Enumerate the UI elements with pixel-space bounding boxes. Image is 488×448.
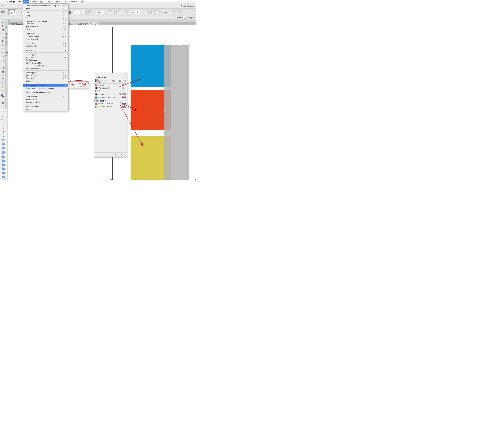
menu-edit[interactable]: Edit: [23, 0, 29, 3]
panel-menu-icon[interactable]: ≡: [125, 76, 126, 78]
scissors-tool-icon[interactable]: ✂: [0, 62, 6, 66]
fx-icon[interactable]: fx: [88, 10, 92, 14]
selection-handle[interactable]: [183, 44, 184, 45]
folder-icon[interactable]: [1, 168, 5, 170]
center-content-icon[interactable]: ▢: [154, 10, 158, 14]
new-group-icon[interactable]: 🗀: [118, 153, 119, 156]
edit-menu-item[interactable]: Quick Apply...⌘↩: [23, 71, 68, 74]
fit-content-icon[interactable]: ▣: [149, 10, 153, 14]
fit-frame-icon[interactable]: ◫: [145, 10, 149, 14]
selection-handle[interactable]: [164, 111, 165, 112]
folder-icon[interactable]: [1, 155, 5, 158]
swatch-row[interactable]: R=201 G=86 B=21■: [94, 102, 127, 105]
edit-menu-item[interactable]: Keyboard Shortcuts...: [23, 105, 68, 108]
selection-tool-icon[interactable]: [0, 20, 6, 24]
menu-file[interactable]: File: [17, 0, 23, 3]
edit-menu-item[interactable]: Spelling▶: [23, 80, 68, 82]
folder-icon[interactable]: [1, 143, 5, 146]
panel-resize-grip[interactable]: [94, 156, 127, 157]
window-close-icon[interactable]: [1, 111, 2, 112]
nav-back-icon[interactable]: ‹: [2, 115, 3, 117]
pencil-tool-icon[interactable]: ✎: [0, 51, 6, 55]
rectangle-tool-icon[interactable]: ▭: [0, 58, 6, 62]
edit-menu-item[interactable]: Find/Change...⌘F: [23, 74, 68, 77]
folder-icon[interactable]: [1, 163, 5, 166]
align-center-icon[interactable]: ≣: [113, 10, 116, 14]
gradient-swatch-tool-icon[interactable]: ▦: [0, 70, 6, 73]
edit-menu-item[interactable]: Color Settings...⇧⌘K: [23, 95, 68, 98]
submenu-document-rgb[interactable]: ✓Document RGB: [68, 82, 89, 85]
home-icon[interactable]: ⌂: [2, 4, 3, 7]
tint-slider-icon[interactable]: ›: [123, 80, 124, 82]
arrange-back-icon[interactable]: ▥: [177, 10, 181, 14]
app-name[interactable]: InDesign: [5, 1, 17, 3]
nav-fwd-icon[interactable]: ›: [4, 115, 5, 117]
edit-menu-item[interactable]: Transparency Blend Space▶: [23, 84, 68, 87]
page-tool-icon[interactable]: ⊞: [0, 28, 6, 32]
selection-handle[interactable]: [164, 44, 165, 45]
folder-icon[interactable]: [1, 147, 5, 150]
arrange-front-icon[interactable]: ▤: [172, 10, 176, 14]
y-input[interactable]: [8, 13, 17, 15]
canvas-rect-gray-selected[interactable]: [164, 45, 189, 180]
downloads-icon[interactable]: ⬇: [1, 130, 5, 133]
line-tool-icon[interactable]: [0, 43, 6, 47]
folder-icon[interactable]: [1, 151, 5, 154]
direct-select-tool-icon[interactable]: [0, 24, 6, 28]
menu-help[interactable]: Help: [78, 0, 85, 3]
tint-input[interactable]: [117, 80, 122, 82]
swatch-row[interactable]: [Black]✕✎: [94, 93, 127, 96]
edit-menu-item[interactable]: Step and Repeat...⌥⌘U: [23, 35, 68, 38]
stroke-weight-select[interactable]: 0 pt: [72, 11, 80, 14]
autofit-checkbox[interactable]: [159, 11, 161, 13]
type-tool-icon[interactable]: T.: [0, 39, 6, 43]
edit-menu-item[interactable]: Paste in Place⌥⇧⌘V: [23, 25, 68, 28]
edit-menu-item[interactable]: Deselect All⌘D: [23, 45, 68, 47]
edit-menu-item[interactable]: InCopy▶: [23, 49, 68, 52]
menu-table[interactable]: Table: [54, 0, 61, 3]
swatch-row[interactable]: [Paper]: [94, 90, 127, 93]
eyedropper-tool-icon[interactable]: 💧: [0, 81, 6, 85]
edit-menu-item[interactable]: Cut⌘X: [23, 11, 68, 14]
gap-tool-icon[interactable]: |↔|: [0, 32, 6, 36]
submenu-document-cmyk[interactable]: Document CMYK: [68, 85, 89, 88]
edit-menu-item[interactable]: Select All⌘A: [23, 42, 68, 45]
stroke-none-swatch[interactable]: [81, 11, 85, 14]
free-transform-tool-icon[interactable]: ◫: [0, 66, 6, 70]
edit-menu-item[interactable]: Clear⌫: [23, 28, 68, 31]
swatch-row[interactable]: L=89 a=-4 b=70■: [94, 105, 127, 108]
folder-icon[interactable]: [1, 172, 5, 175]
formatting-text-icon[interactable]: T: [104, 80, 106, 82]
zoom-select[interactable]: 100%: [96, 11, 104, 14]
edit-menu-item[interactable]: Duplicate⌥⇧⌘D: [23, 32, 68, 35]
window-minimize-icon[interactable]: [3, 111, 4, 112]
x-input[interactable]: [8, 9, 17, 12]
formatting-container-icon[interactable]: ▢: [100, 80, 103, 82]
distribute-icon[interactable]: ⊞: [125, 10, 129, 14]
swatch-row[interactable]: [Registration]✎✚: [94, 87, 127, 90]
swatch-row[interactable]: [None]✎⊘: [94, 84, 127, 87]
menu-object[interactable]: Object: [45, 0, 54, 3]
fill-stroke-proxy-icon[interactable]: [95, 79, 99, 83]
edit-menu-item[interactable]: Transparency Flattener Presets...: [23, 87, 68, 89]
edit-menu-item[interactable]: Assign Profiles...: [23, 98, 68, 101]
window-zoom-icon[interactable]: [5, 111, 6, 112]
pen-tool-icon[interactable]: ✒: [0, 47, 6, 51]
zoom-tool-icon[interactable]: 🔍: [0, 88, 6, 92]
edit-menu-item[interactable]: Menus...: [23, 108, 68, 110]
folder-icon[interactable]: [1, 176, 5, 179]
menu-window[interactable]: Window: [68, 0, 78, 3]
edit-menu-item[interactable]: Edit With▶: [23, 56, 68, 59]
reference-point-grid[interactable]: [1, 11, 4, 13]
new-swatch-icon[interactable]: ⊞: [121, 153, 122, 156]
applications-icon[interactable]: Ⓐ: [1, 139, 5, 142]
swatch-row[interactable]: C=100 M=0 Y=0 K=0■: [94, 96, 127, 99]
selection-handle[interactable]: [189, 44, 190, 45]
home-folder-icon[interactable]: ⌂: [1, 122, 5, 125]
swatch-view-icon[interactable]: ▤: [115, 153, 116, 156]
apply-color-icon[interactable]: ▪: [0, 97, 6, 101]
swatch-row[interactable]: Gray■: [94, 99, 103, 102]
delete-swatch-icon[interactable]: 🗑: [124, 153, 126, 156]
edit-menu-item[interactable]: Paste without Formatting⇧⌘V: [23, 20, 68, 22]
swatches-tab-label[interactable]: Swatches: [98, 76, 106, 78]
